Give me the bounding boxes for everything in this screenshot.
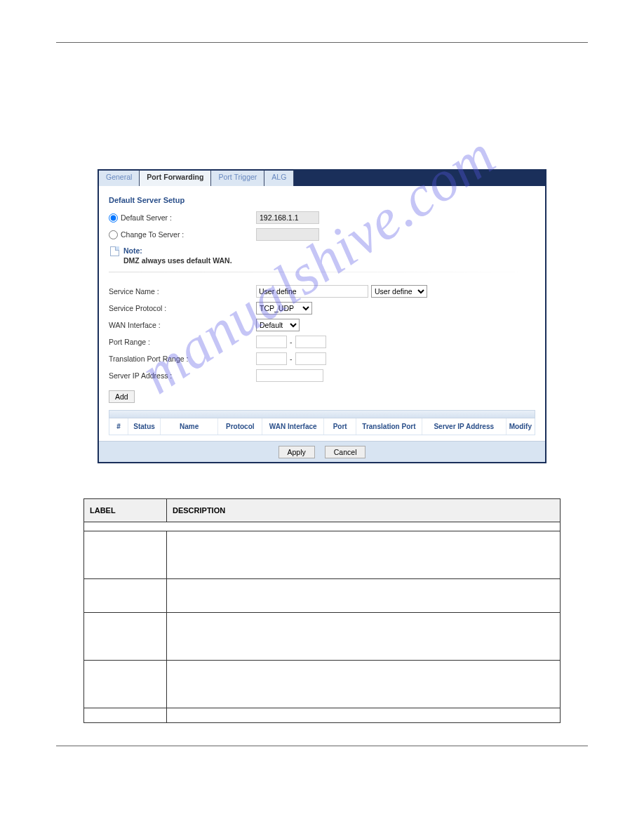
desc-row-2-desc — [167, 579, 561, 613]
server-ip-input[interactable] — [256, 369, 323, 382]
cancel-button[interactable]: Cancel — [325, 446, 366, 458]
desc-row-5-desc — [167, 708, 561, 723]
change-to-server-input[interactable] — [256, 228, 319, 241]
col-protocol: Protocol — [218, 418, 262, 435]
apply-button[interactable]: Apply — [279, 446, 315, 458]
desc-row-1-label — [84, 531, 167, 579]
translation-port-start[interactable] — [256, 352, 287, 365]
wan-interface-select[interactable]: Default — [256, 319, 300, 331]
col-port: Port — [324, 418, 356, 435]
col-tport: Translation Port — [356, 418, 422, 435]
add-button[interactable]: Add — [109, 390, 135, 403]
desc-row-3-desc — [167, 613, 561, 661]
desc-row-5-label — [84, 708, 167, 723]
translation-port-end[interactable] — [295, 352, 326, 365]
desc-header-label: LABEL — [84, 499, 167, 522]
top-rule — [56, 42, 588, 43]
note-text: DMZ always uses default WAN. — [123, 256, 232, 265]
wan-interface-label: WAN Interface : — [109, 321, 161, 329]
service-name-select[interactable]: User define — [371, 285, 427, 298]
tab-port-forwarding[interactable]: Port Forwarding — [140, 171, 211, 186]
col-status: Status — [128, 418, 161, 435]
bottom-rule — [56, 746, 588, 746]
desc-header-description: DESCRIPTION — [167, 499, 561, 522]
description-table: LABEL DESCRIPTION — [83, 498, 561, 723]
change-to-server-label: Change To Server : — [121, 230, 184, 239]
col-modify: Modify — [507, 418, 535, 435]
desc-section — [84, 522, 561, 531]
tab-alg[interactable]: ALG — [264, 171, 294, 186]
desc-row-3-label — [84, 613, 167, 661]
change-to-server-radio[interactable] — [109, 230, 118, 239]
default-server-value — [256, 211, 319, 224]
col-idx: # — [109, 418, 128, 435]
server-ip-label: Server IP Address : — [109, 371, 172, 380]
router-panel: General Port Forwarding Port Trigger ALG… — [98, 169, 546, 463]
desc-row-2-label — [84, 579, 167, 613]
note-icon — [110, 246, 119, 256]
desc-row-1-desc — [167, 531, 561, 579]
divider — [109, 272, 535, 272]
grid-header: # Status Name Protocol WAN Interface Por… — [109, 418, 535, 435]
col-ip: Server IP Address — [422, 418, 507, 435]
service-name-input[interactable] — [256, 285, 368, 298]
desc-row-4-desc — [167, 661, 561, 708]
tab-bar: General Port Forwarding Port Trigger ALG — [99, 171, 545, 186]
grid-spacer — [109, 410, 535, 418]
default-server-label: Default Server : — [121, 213, 172, 222]
tab-general[interactable]: General — [99, 171, 140, 186]
port-range-end[interactable] — [295, 336, 326, 348]
port-range-label: Port Range : — [109, 338, 150, 346]
service-protocol-select[interactable]: TCP_UDP — [256, 302, 312, 315]
service-name-label: Service Name : — [109, 287, 159, 296]
desc-row-4-label — [84, 661, 167, 708]
section-title: Default Server Setup — [109, 196, 535, 204]
port-range-start[interactable] — [256, 336, 287, 348]
tab-port-trigger[interactable]: Port Trigger — [211, 171, 264, 186]
note-title: Note: — [123, 246, 232, 255]
col-name: Name — [161, 418, 218, 435]
bottom-bar: Apply Cancel — [99, 441, 545, 462]
translation-port-range-label: Translation Port Range : — [109, 355, 188, 363]
service-protocol-label: Service Protocol : — [109, 304, 166, 312]
col-wan: WAN Interface — [262, 418, 324, 435]
default-server-radio[interactable] — [109, 213, 118, 223]
